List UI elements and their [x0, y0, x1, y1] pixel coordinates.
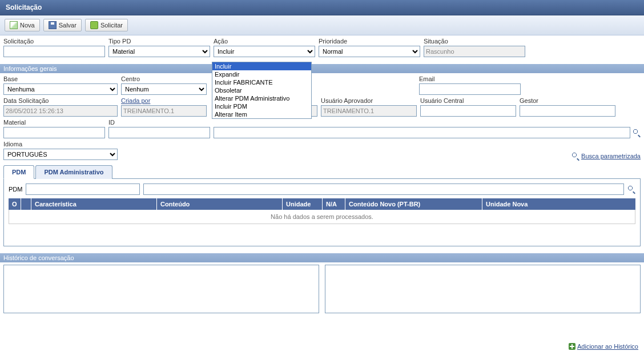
- criada-por-input: [121, 105, 207, 117]
- col-unidade: Unidade: [283, 198, 323, 210]
- centro-select[interactable]: Nenhum: [121, 83, 207, 95]
- email-label: Email: [419, 75, 521, 82]
- salvar-button[interactable]: Salvar: [43, 19, 82, 31]
- acao-label: Ação: [214, 38, 315, 45]
- col-blank: [21, 198, 31, 210]
- material-label: Material: [3, 119, 105, 126]
- acao-option-expandir[interactable]: Expandir: [212, 70, 311, 78]
- pdm-label: PDM: [9, 186, 22, 193]
- search-icon: [571, 152, 579, 160]
- acao-option-incluir[interactable]: Incluir: [212, 62, 311, 70]
- base-select[interactable]: Nenhuma: [3, 83, 118, 95]
- prioridade-label: Prioridade: [319, 38, 420, 45]
- tab-pdm-administrativo[interactable]: PDM Administrativo: [35, 165, 112, 179]
- adicionar-historico-link[interactable]: Adicionar ao Histórico: [569, 343, 638, 350]
- salvar-label: Salvar: [59, 22, 77, 29]
- id-label: ID: [108, 119, 210, 126]
- busca-parametrizada-link[interactable]: Busca parametrizada: [571, 152, 641, 160]
- tab-body-pdm: PDM O Característica Conteúdo Unidade N/…: [3, 179, 641, 246]
- usuario-central-input[interactable]: [420, 105, 516, 117]
- situacao-input: [424, 46, 525, 57]
- grid-empty-message: Não há dados a serem processados.: [9, 210, 635, 224]
- search-icon[interactable]: [627, 185, 635, 193]
- acao-option-incluir-fabricante[interactable]: Incluir FABRICANTE: [212, 78, 311, 86]
- pdm-code-input[interactable]: [26, 184, 140, 195]
- col-o: O: [9, 198, 21, 210]
- adicionar-historico-label: Adicionar ao Histórico: [577, 343, 638, 350]
- nova-label: Nova: [20, 22, 35, 29]
- save-icon: [49, 21, 57, 29]
- grid-header: O Característica Conteúdo Unidade N/A Co…: [9, 198, 635, 210]
- busca-parametrizada-label: Busca parametrizada: [581, 153, 641, 159]
- new-icon: [10, 21, 18, 29]
- acao-option-alterar-pdm-administrativo[interactable]: Alterar PDM Administrativo: [212, 94, 311, 102]
- usuario-aprovador-label: Usuário Aprovador: [321, 97, 417, 104]
- col-conteudo-novo: Conteúdo Novo (PT-BR): [345, 198, 482, 210]
- prioridade-select[interactable]: Normal: [319, 46, 420, 57]
- historico-left-textarea[interactable]: [3, 265, 319, 313]
- window-title: Solicitação: [0, 0, 644, 15]
- base-label: Base: [3, 75, 118, 82]
- acao-option-incluir-pdm[interactable]: Incluir PDM: [212, 102, 311, 110]
- solicitacao-label: Solicitação: [3, 38, 105, 45]
- usuario-aprovador-input: [321, 105, 417, 117]
- acao-select[interactable]: Incluir: [214, 46, 315, 57]
- material-input[interactable]: [3, 127, 105, 138]
- col-na: N/A: [323, 198, 345, 210]
- tabs: PDM PDM Administrativo: [3, 165, 641, 179]
- section-gerais: Informações gerais: [0, 64, 644, 73]
- idioma-label: Idioma: [3, 141, 118, 147]
- solicitacao-input[interactable]: [3, 46, 105, 57]
- usuario-central-label: Usuário Central: [420, 97, 516, 104]
- section-historico: Histórico de conversação: [0, 253, 644, 262]
- tipo-pd-select[interactable]: Material: [108, 46, 210, 57]
- situacao-label: Situação: [424, 38, 525, 45]
- id-input[interactable]: [108, 127, 210, 138]
- email-input[interactable]: [419, 83, 521, 95]
- data-solicitacao-input: [3, 105, 118, 117]
- tipo-pd-label: Tipo PD: [108, 38, 210, 45]
- pdm-desc-input[interactable]: [143, 184, 624, 195]
- criada-por-label[interactable]: Criada por: [121, 97, 207, 104]
- id-desc-input[interactable]: [214, 127, 630, 138]
- col-unidade-nova: Unidade Nova: [482, 198, 540, 210]
- nova-button[interactable]: Nova: [5, 19, 40, 31]
- acao-option-obsoletar[interactable]: Obsoletar: [212, 86, 311, 94]
- col-conteudo: Conteúdo: [157, 198, 283, 210]
- data-solicitacao-label: Data Solicitação: [3, 97, 118, 104]
- submit-icon: [90, 21, 98, 29]
- gestor-label: Gestor: [520, 97, 615, 104]
- gestor-input[interactable]: [520, 105, 615, 117]
- solicitar-label: Solicitar: [100, 22, 123, 29]
- col-caracteristica: Característica: [31, 198, 157, 210]
- solicitar-button[interactable]: Solicitar: [85, 19, 128, 31]
- acao-option-alterar-item[interactable]: Alterar Item: [212, 110, 311, 118]
- tab-pdm[interactable]: PDM: [3, 165, 34, 179]
- toolbar: Nova Salvar Solicitar: [0, 15, 644, 35]
- plus-icon: [569, 343, 575, 350]
- search-icon[interactable]: [633, 129, 641, 137]
- historico-right-textarea[interactable]: [325, 265, 641, 313]
- idioma-select[interactable]: PORTUGUÊS: [3, 149, 118, 160]
- centro-label: Centro: [121, 75, 207, 82]
- acao-dropdown[interactable]: Incluir Expandir Incluir FABRICANTE Obso…: [212, 62, 312, 119]
